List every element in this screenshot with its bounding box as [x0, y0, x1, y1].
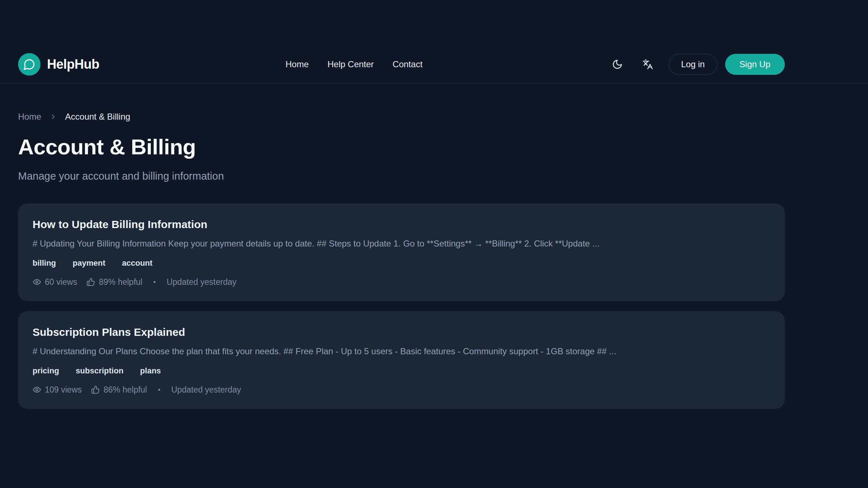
updated-label: Updated yesterday [167, 277, 237, 287]
article-tags: pricing subscription plans [33, 366, 770, 376]
article-card-subscription-plans[interactable]: Subscription Plans Explained # Understan… [18, 311, 785, 409]
helpful-percent: 89% helpful [99, 277, 142, 287]
views-stat: 109 views [33, 384, 82, 395]
article-excerpt: # Understanding Our Plans Choose the pla… [33, 346, 770, 357]
breadcrumb-current: Account & Billing [65, 112, 130, 122]
main-content: Home Account & Billing Account & Billing… [18, 112, 785, 409]
page-title: Account & Billing [18, 134, 785, 160]
article-stats: 109 views 86% helpful • Updated yesterda… [33, 384, 770, 395]
tag: account [122, 258, 152, 268]
chevron-right-icon [49, 113, 57, 121]
primary-nav: Home Help Center Contact [286, 59, 423, 69]
views-count: 109 views [45, 384, 82, 395]
tag: plans [140, 366, 161, 376]
thumbs-up-icon [86, 278, 95, 286]
updated-label: Updated yesterday [171, 384, 241, 395]
login-button[interactable]: Log in [669, 54, 717, 75]
nav-link-home[interactable]: Home [286, 59, 309, 69]
logo-circle [18, 53, 41, 76]
breadcrumb: Home Account & Billing [18, 112, 785, 122]
article-title: How to Update Billing Information [33, 218, 770, 231]
article-title: Subscription Plans Explained [33, 326, 770, 339]
page-subtitle: Manage your account and billing informat… [18, 169, 785, 183]
tag: pricing [33, 366, 59, 376]
signup-button[interactable]: Sign Up [725, 54, 785, 75]
languages-icon [642, 59, 653, 70]
nav-actions: Log in Sign Up [611, 54, 785, 75]
nav-link-help-center[interactable]: Help Center [328, 59, 374, 69]
nav-link-contact[interactable]: Contact [393, 59, 423, 69]
dot-separator: • [156, 384, 162, 395]
tag: subscription [76, 366, 123, 376]
article-stats: 60 views 89% helpful • Updated yesterday [33, 277, 770, 287]
helpful-stat: 89% helpful [86, 277, 142, 287]
helpful-stat: 86% helpful [91, 384, 147, 395]
views-count: 60 views [45, 277, 77, 287]
theme-toggle-button[interactable] [611, 58, 624, 71]
brand-logo[interactable]: HelpHub [18, 53, 99, 76]
thumbs-up-icon [91, 385, 100, 394]
moon-icon [612, 59, 623, 70]
brand-name: HelpHub [47, 57, 99, 72]
dot-separator: • [152, 277, 157, 287]
eye-icon [33, 278, 41, 286]
article-tags: billing payment account [33, 258, 770, 268]
helpful-percent: 86% helpful [103, 384, 147, 395]
views-stat: 60 views [33, 277, 77, 287]
article-excerpt: # Updating Your Billing Information Keep… [33, 238, 770, 249]
article-list: How to Update Billing Information # Upda… [18, 204, 785, 409]
tag: payment [73, 258, 105, 268]
breadcrumb-home-link[interactable]: Home [18, 112, 41, 122]
top-navbar: HelpHub Home Help Center Contact [0, 0, 868, 84]
article-card-billing-info[interactable]: How to Update Billing Information # Upda… [18, 204, 785, 301]
eye-icon [33, 385, 41, 394]
tag: billing [33, 258, 56, 268]
message-circle-icon [23, 58, 35, 70]
language-button[interactable] [641, 58, 654, 71]
